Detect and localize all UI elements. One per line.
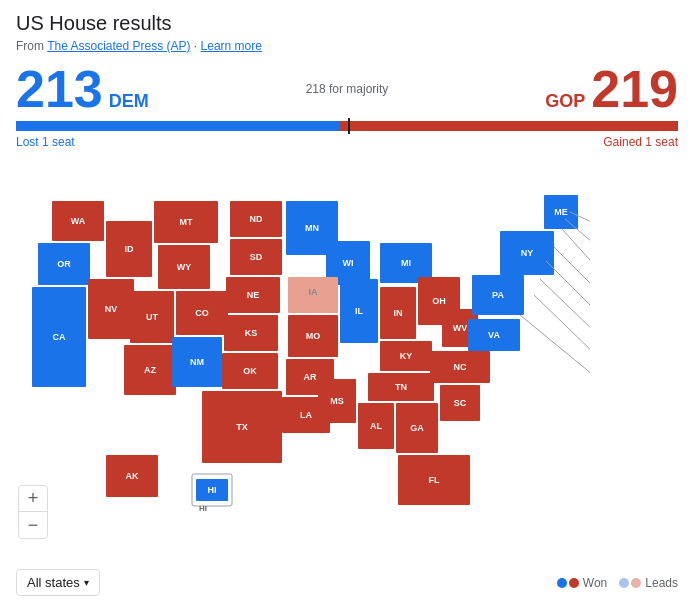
- learn-more-link[interactable]: Learn more: [201, 39, 262, 53]
- state-hi[interactable]: [196, 479, 228, 501]
- chevron-down-icon: ▾: [84, 577, 89, 588]
- ma-connector: [562, 229, 590, 269]
- legend: Won Leads: [557, 576, 678, 590]
- state-ky[interactable]: [380, 341, 432, 371]
- zoom-in-button[interactable]: +: [19, 486, 47, 512]
- gop-leads-dot: [631, 578, 641, 588]
- state-nv[interactable]: [88, 279, 134, 339]
- state-ny[interactable]: [500, 231, 554, 275]
- state-az[interactable]: [124, 345, 176, 395]
- state-or[interactable]: [38, 243, 90, 285]
- nj-connector: [540, 279, 590, 335]
- footer: All states ▾ Won Leads: [0, 563, 694, 602]
- source-line: From The Associated Press (AP) · Learn m…: [16, 39, 678, 53]
- won-dots: [557, 578, 579, 588]
- state-tx[interactable]: [202, 391, 282, 463]
- all-states-label: All states: [27, 575, 80, 590]
- state-co[interactable]: [176, 291, 228, 335]
- leads-legend-item: Leads: [619, 576, 678, 590]
- state-mo[interactable]: [288, 315, 338, 357]
- state-sd[interactable]: [230, 239, 282, 275]
- majority-tick: [348, 118, 350, 134]
- state-sc[interactable]: [440, 385, 480, 421]
- state-wa[interactable]: [52, 201, 104, 241]
- gop-seat-change: Gained 1 seat: [603, 135, 678, 149]
- scores-row: 213 DEM 218 for majority GOP 219: [16, 63, 678, 115]
- dem-bar: [16, 121, 340, 131]
- us-map: WA OR CA ID NV MT WY UT AZ CO NM ND: [10, 169, 590, 529]
- state-mt[interactable]: [154, 201, 218, 243]
- state-ks[interactable]: [224, 315, 278, 351]
- state-ca[interactable]: [32, 287, 86, 387]
- leads-label: Leads: [645, 576, 678, 590]
- zoom-out-button[interactable]: −: [19, 512, 47, 538]
- state-ga[interactable]: [396, 403, 438, 453]
- source-separator: ·: [191, 39, 201, 53]
- state-nm[interactable]: [172, 337, 222, 387]
- de-connector: [534, 295, 590, 357]
- source-prefix: From: [16, 39, 47, 53]
- state-ne[interactable]: [226, 277, 280, 313]
- dem-score: 213 DEM: [16, 63, 149, 115]
- progress-bar: [16, 121, 678, 131]
- state-ok[interactable]: [222, 353, 278, 389]
- state-in[interactable]: [380, 287, 416, 339]
- state-ak[interactable]: [106, 455, 158, 497]
- dem-seat-change: Lost 1 seat: [16, 135, 75, 149]
- state-pa[interactable]: [472, 275, 524, 315]
- hi-label: HI: [199, 504, 207, 513]
- dem-label: DEM: [109, 91, 149, 112]
- dem-won-dot: [557, 578, 567, 588]
- state-al[interactable]: [358, 403, 394, 449]
- state-fl[interactable]: [398, 455, 470, 505]
- gop-won-dot: [569, 578, 579, 588]
- page-title: US House results: [16, 12, 678, 35]
- source-link[interactable]: The Associated Press (AP): [47, 39, 190, 53]
- svg-text:IA: IA: [309, 287, 319, 297]
- state-ut[interactable]: [130, 291, 174, 343]
- dem-number: 213: [16, 63, 103, 115]
- gop-bar: [340, 121, 678, 131]
- state-id[interactable]: [106, 221, 152, 277]
- gop-number: 219: [591, 63, 678, 115]
- state-nc[interactable]: [430, 351, 490, 383]
- state-il[interactable]: [340, 279, 378, 343]
- leads-dots: [619, 578, 641, 588]
- state-wy[interactable]: [158, 245, 210, 289]
- gop-label: GOP: [545, 91, 585, 112]
- all-states-button[interactable]: All states ▾: [16, 569, 100, 596]
- zoom-controls: + −: [18, 485, 48, 539]
- won-legend-item: Won: [557, 576, 607, 590]
- state-ms[interactable]: [318, 379, 356, 423]
- state-me[interactable]: [544, 195, 578, 229]
- md-connector: [520, 315, 590, 379]
- state-tn[interactable]: [368, 373, 434, 401]
- dem-leads-dot: [619, 578, 629, 588]
- state-va[interactable]: [468, 319, 520, 351]
- majority-label: 218 for majority: [306, 82, 389, 96]
- state-nd[interactable]: [230, 201, 282, 237]
- gop-score: GOP 219: [545, 63, 678, 115]
- seat-changes: Lost 1 seat Gained 1 seat: [16, 135, 678, 149]
- won-label: Won: [583, 576, 607, 590]
